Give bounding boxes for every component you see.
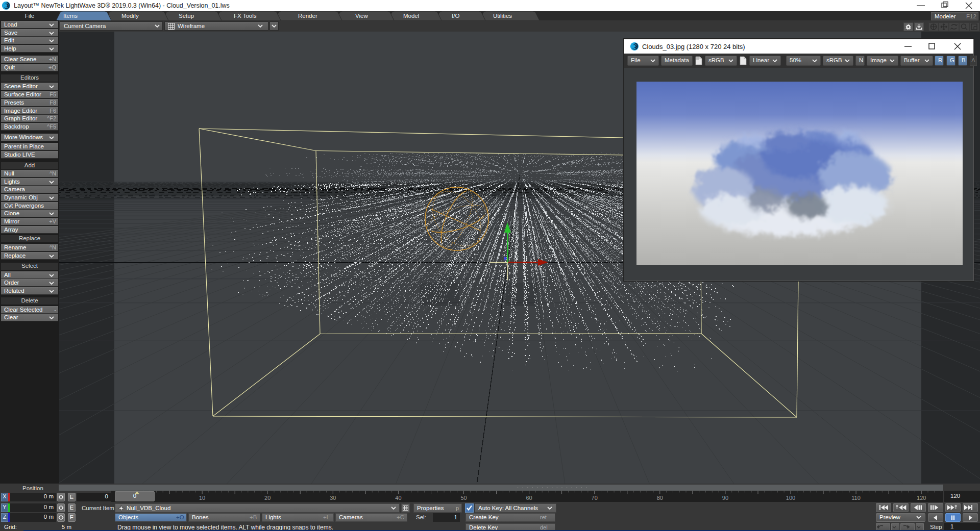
svg-text:Modify: Modify	[121, 13, 139, 19]
svg-text:30: 30	[330, 495, 336, 501]
svg-text:Model: Model	[403, 13, 419, 19]
svg-text:50: 50	[460, 495, 467, 501]
svg-text:60: 60	[526, 495, 532, 501]
svg-text:120: 120	[917, 495, 926, 501]
svg-text:80: 80	[657, 495, 663, 501]
svg-text:Render: Render	[298, 13, 317, 19]
svg-text:I/O: I/O	[452, 13, 459, 19]
svg-text:View: View	[355, 13, 368, 19]
svg-text:Utilities: Utilities	[493, 13, 512, 19]
svg-text:FX Tools: FX Tools	[234, 13, 257, 19]
svg-text:Items: Items	[63, 13, 78, 19]
svg-text:Setup: Setup	[179, 13, 194, 19]
svg-text:10: 10	[199, 495, 205, 501]
svg-text:40: 40	[395, 495, 401, 501]
svg-text:20: 20	[264, 495, 271, 501]
svg-text:110: 110	[851, 495, 861, 501]
svg-text:100: 100	[786, 495, 795, 501]
svg-text:90: 90	[722, 495, 728, 501]
svg-text:70: 70	[592, 495, 598, 501]
